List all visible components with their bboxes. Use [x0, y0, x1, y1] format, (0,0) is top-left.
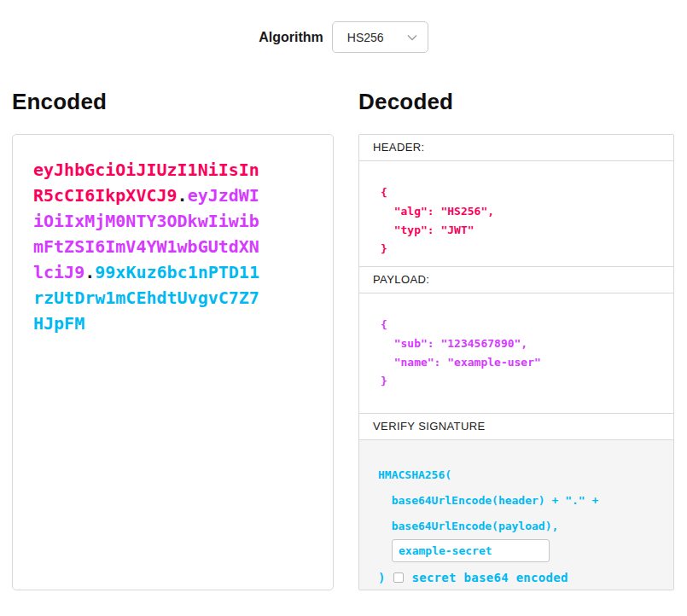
- signature-formula: HMACSHA256( base64UrlEncode(header) + ".…: [378, 462, 655, 539]
- secret-base64-checkbox[interactable]: [393, 572, 404, 583]
- payload-json[interactable]: { "sub": "1234567890", "name": "example-…: [381, 316, 652, 391]
- secret-base64-label[interactable]: secret base64 encoded: [411, 571, 568, 584]
- decoded-title: Decoded: [358, 90, 674, 113]
- header-section-content[interactable]: { "alg": "HS256", "typ": "JWT" }: [359, 161, 673, 267]
- decoded-panel: HEADER: { "alg": "HS256", "typ": "JWT" }…: [358, 134, 674, 590]
- encoded-token-box[interactable]: eyJhbGciOiJIUzI1NiIsInR5cCI6IkpXVCJ9.eyJ…: [12, 134, 334, 590]
- decoded-column: Decoded HEADER: { "alg": "HS256", "typ":…: [358, 53, 674, 590]
- verify-section-label: VERIFY SIGNATURE: [359, 414, 673, 440]
- algorithm-selected-value: HS256: [347, 31, 384, 44]
- closing-paren: ): [378, 571, 385, 584]
- algorithm-select[interactable]: HS256: [332, 21, 428, 53]
- verify-last-line: ) secret base64 encoded: [378, 571, 655, 584]
- token-dot-1: .: [178, 185, 188, 206]
- main-columns: Encoded eyJhbGciOiJIUzI1NiIsInR5cCI6IkpX…: [0, 53, 687, 590]
- encoded-title: Encoded: [12, 90, 334, 113]
- payload-section-content[interactable]: { "sub": "1234567890", "name": "example-…: [359, 293, 673, 414]
- encoded-column: Encoded eyJhbGciOiJIUzI1NiIsInR5cCI6IkpX…: [12, 53, 334, 590]
- header-section-label: HEADER:: [359, 135, 673, 161]
- header-json[interactable]: { "alg": "HS256", "typ": "JWT" }: [381, 183, 652, 259]
- token-dot-2: .: [84, 262, 95, 282]
- jwt-token[interactable]: eyJhbGciOiJIUzI1NiIsInR5cCI6IkpXVCJ9.eyJ…: [33, 157, 265, 336]
- algorithm-label: Algorithm: [259, 30, 323, 45]
- verify-signature-content: HMACSHA256( base64UrlEncode(header) + ".…: [359, 440, 673, 590]
- chevron-down-icon: [407, 34, 417, 41]
- payload-section-label: PAYLOAD:: [359, 267, 673, 293]
- algorithm-bar: Algorithm HS256: [0, 0, 687, 53]
- secret-input[interactable]: [392, 539, 550, 562]
